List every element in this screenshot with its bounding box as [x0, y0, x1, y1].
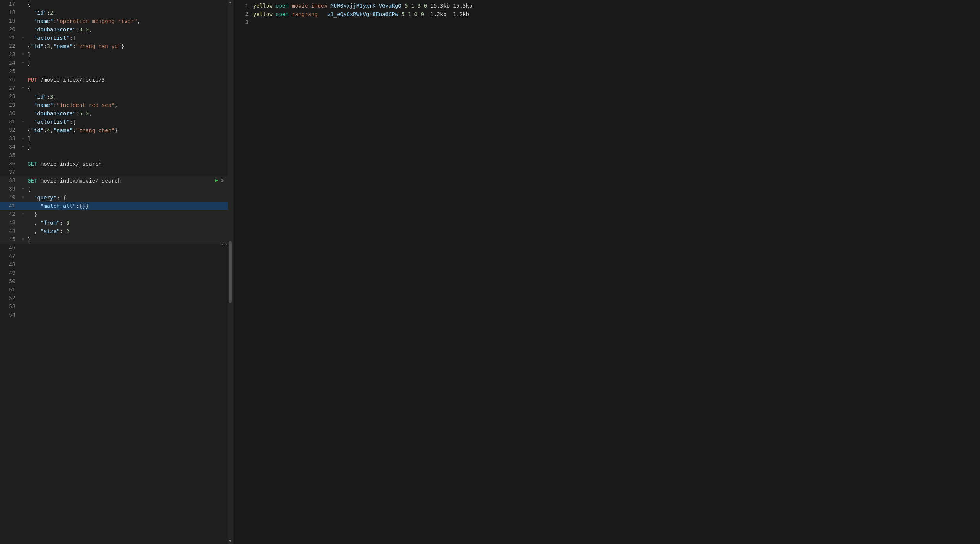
code-line: 24▾} — [0, 59, 233, 67]
code-line: 41 "match_all":{}} — [0, 202, 233, 210]
code-line: 38GET movie_index/movie/_search▶⚙ — [0, 176, 233, 185]
code-line: 25 — [0, 67, 233, 76]
line-number: 26 — [0, 76, 20, 84]
code-line: 26PUT /movie_index/movie/3 — [0, 76, 233, 84]
settings-button[interactable]: ⚙ — [221, 176, 224, 185]
code-line: 18 "id":2, — [0, 8, 233, 17]
code-line: 40▾ "query": { — [0, 193, 233, 202]
play-button[interactable]: ▶ — [215, 176, 218, 185]
fold-arrow[interactable]: ▾ — [20, 235, 26, 244]
line-number: 17 — [0, 0, 20, 8]
line-number: 24 — [0, 59, 20, 67]
line-number: 54 — [0, 311, 20, 319]
line-content: "name":"incident red sea", — [26, 101, 233, 109]
fold-arrow[interactable]: ▾ — [20, 210, 26, 219]
code-line: 30 "doubanScore":5.0, — [0, 109, 233, 118]
code-line: 45▾} — [0, 235, 233, 244]
line-number: 44 — [0, 227, 20, 235]
code-line: 47 — [0, 252, 233, 261]
code-line: 51 — [0, 286, 233, 294]
code-line: 54 — [0, 311, 233, 319]
left-panel: 17{18 "id":2,19 "name":"operation meigon… — [0, 0, 233, 544]
right-panel: 1yellow open movie_index MUR0vxjjR1yxrK-… — [233, 0, 980, 544]
output-line: 2yellow open rangrang v1_eQyQxRWKVgf8Ena… — [233, 10, 980, 18]
scroll-up-arrow[interactable]: ▲ — [229, 1, 231, 5]
output-line: 3 — [233, 18, 980, 27]
line-number: 47 — [0, 252, 20, 261]
line-number: 49 — [0, 269, 20, 277]
line-content: , "from": 0 — [26, 219, 233, 227]
code-line: 37 — [0, 168, 233, 176]
line-number: 53 — [0, 303, 20, 311]
code-line: 39▾{ — [0, 185, 233, 193]
scroll-down-arrow[interactable]: ▼ — [229, 539, 231, 543]
code-lines: 17{18 "id":2,19 "name":"operation meigon… — [0, 0, 233, 544]
vertical-scrollbar[interactable]: ▲ ▼ — [228, 0, 233, 544]
line-content: } — [26, 143, 233, 151]
line-content: "name":"operation meigong river", — [26, 17, 233, 25]
code-line: 35 — [0, 151, 233, 160]
line-content: { — [26, 84, 233, 92]
output-line-number: 2 — [233, 10, 253, 18]
fold-arrow[interactable]: ▾ — [20, 34, 26, 42]
panel-menu-icon[interactable]: ⋮ — [221, 241, 227, 249]
line-content: { — [26, 185, 233, 193]
code-line: 27▾{ — [0, 84, 233, 92]
line-number: 23 — [0, 50, 20, 59]
code-line: 50 — [0, 277, 233, 286]
line-content: {"id":3,"name":"zhang han yu"} — [26, 42, 233, 50]
code-line: 28 "id":3, — [0, 92, 233, 101]
line-number: 45 — [0, 235, 20, 244]
line-content: GET movie_index/movie/_search — [26, 176, 215, 185]
code-line: 52 — [0, 294, 233, 303]
line-number: 48 — [0, 261, 20, 269]
line-number: 18 — [0, 8, 20, 17]
line-number: 20 — [0, 25, 20, 34]
fold-arrow[interactable]: ▾ — [20, 143, 26, 151]
line-number: 52 — [0, 294, 20, 303]
line-number: 29 — [0, 101, 20, 109]
line-content: PUT /movie_index/movie/3 — [26, 76, 233, 84]
line-content: "query": { — [26, 193, 233, 202]
line-content: } — [26, 210, 233, 219]
code-line: 43 , "from": 0 — [0, 219, 233, 227]
output-line-content — [253, 18, 980, 27]
line-number: 38 — [0, 176, 20, 185]
line-number: 39 — [0, 185, 20, 193]
line-content: GET movie_index/_search — [26, 160, 233, 168]
line-number: 31 — [0, 118, 20, 126]
code-line: 23▾] — [0, 50, 233, 59]
code-line: 53 — [0, 303, 233, 311]
code-line: 19 "name":"operation meigong river", — [0, 17, 233, 25]
line-number: 40 — [0, 193, 20, 202]
code-line: 21▾ "actorList":[ — [0, 34, 233, 42]
code-line: 32{"id":4,"name":"zhang chen"} — [0, 126, 233, 134]
fold-arrow[interactable]: ▾ — [20, 193, 26, 202]
line-number: 33 — [0, 134, 20, 143]
line-content: } — [26, 235, 233, 244]
line-content: "doubanScore":5.0, — [26, 109, 233, 118]
code-line: 42▾ } — [0, 210, 233, 219]
fold-arrow[interactable]: ▾ — [20, 59, 26, 67]
fold-arrow[interactable]: ▾ — [20, 84, 26, 92]
line-content: {"id":4,"name":"zhang chen"} — [26, 126, 233, 134]
line-content: "id":3, — [26, 92, 233, 101]
code-line: 34▾} — [0, 143, 233, 151]
fold-arrow[interactable]: ▾ — [20, 50, 26, 59]
code-line: 33▾] — [0, 134, 233, 143]
fold-arrow[interactable]: ▾ — [20, 185, 26, 193]
code-line: 29 "name":"incident red sea", — [0, 101, 233, 109]
line-number: 32 — [0, 126, 20, 134]
line-number: 28 — [0, 92, 20, 101]
line-number: 27 — [0, 84, 20, 92]
code-line: 17{ — [0, 0, 233, 8]
scroll-thumb[interactable] — [229, 241, 232, 303]
line-number: 50 — [0, 277, 20, 286]
code-line: 20 "doubanScore":8.0, — [0, 25, 233, 34]
line-content: ] — [26, 50, 233, 59]
fold-arrow[interactable]: ▾ — [20, 134, 26, 143]
line-number: 37 — [0, 168, 20, 176]
fold-arrow[interactable]: ▾ — [20, 118, 26, 126]
line-content: "id":2, — [26, 8, 233, 17]
code-line: 49 — [0, 269, 233, 277]
